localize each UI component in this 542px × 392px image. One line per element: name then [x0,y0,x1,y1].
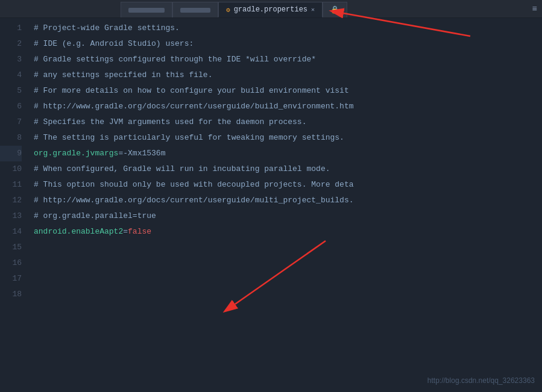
tab-label [128,8,165,13]
line-numbers: 123456789101112131415161718 [0,18,29,392]
title-bar-menu[interactable]: ≡ [532,4,537,14]
code-line: # http://www.gradle.org/docs/current/use… [34,193,542,208]
title-bar: ⚙ gradle.properties ✕ 🔒 ≡ [0,0,542,18]
line-number: 7 [0,114,22,130]
code-line: # org.gradle.parallel=true [34,208,542,224]
line-number: 4 [0,67,22,83]
line-number: 1 [0,20,22,36]
line-number: 3 [0,52,22,67]
line-number: 8 [0,130,22,146]
code-line: # Gradle settings configured through the… [34,52,542,67]
code-line: # Project-wide Gradle settings. [34,20,542,36]
line-number: 12 [0,193,22,208]
line-number: 5 [0,83,22,99]
code-line: # http://www.gradle.org/docs/current/use… [34,99,542,114]
code-line: org.gradle.jvmargs=-Xmx1536m [34,146,542,161]
line-number: 13 [0,208,22,224]
line-number: 6 [0,99,22,114]
tab-inactive-3[interactable]: 🔒 [323,2,347,17]
tab-inactive-1[interactable] [121,2,172,17]
tab-close-button[interactable]: ✕ [311,6,315,13]
line-number: 17 [0,271,22,287]
code-line: # For more details on how to configure y… [34,83,542,99]
menu-icon: ≡ [532,4,537,14]
code-line: # This option should only be used with d… [34,177,542,193]
gradle-file-icon: ⚙ [226,6,230,14]
line-number: 10 [0,161,22,177]
tab-label [180,8,210,13]
code-line: # When configured, Gradle will run in in… [34,161,542,177]
line-number: 16 [0,255,22,271]
editor: 123456789101112131415161718 # Project-wi… [0,18,542,392]
line-number: 9 [0,146,22,161]
code-line: # IDE (e.g. Android Studio) users: [34,36,542,52]
code-line: # The setting is particularly useful for… [34,130,542,146]
line-number: 2 [0,36,22,52]
code-line: # any settings specified in this file. [34,67,542,83]
tab-inactive-2[interactable] [172,2,218,17]
tab-gradle-properties[interactable]: ⚙ gradle.properties ✕ [218,2,323,17]
tab-group: ⚙ gradle.properties ✕ 🔒 [0,0,347,17]
code-line: # Specifies the JVM arguments used for t… [34,114,542,130]
line-number: 14 [0,224,22,240]
tab-lock-icon: 🔒 [330,5,339,14]
line-number: 11 [0,177,22,193]
code-area[interactable]: # Project-wide Gradle settings.# IDE (e.… [29,18,542,392]
tab-label: gradle.properties [234,5,307,14]
line-number: 15 [0,240,22,255]
line-number: 18 [0,287,22,302]
code-line: android.enableAapt2=false [34,224,542,240]
